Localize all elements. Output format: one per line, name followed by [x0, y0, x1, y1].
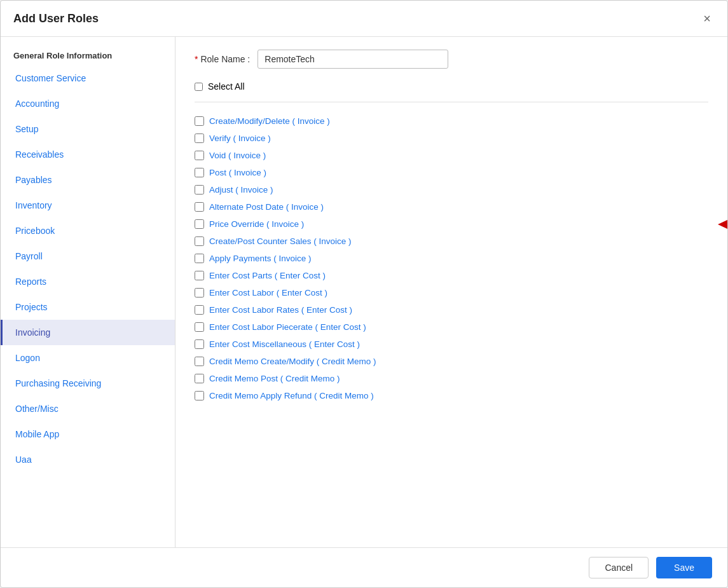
permission-label-3: Post ( Invoice )	[209, 168, 266, 177]
permission-item: Enter Cost Miscellaneous ( Enter Cost )	[195, 336, 708, 353]
permissions-list: Create/Modify/Delete ( Invoice )Verify (…	[195, 113, 708, 404]
sidebar-item-pricebook[interactable]: Pricebook	[1, 218, 175, 243]
permission-checkbox-15[interactable]	[195, 374, 204, 383]
permission-item: Apply Payments ( Invoice )	[195, 250, 708, 267]
sidebar-item-invoicing[interactable]: Invoicing	[1, 320, 175, 345]
permission-checkbox-5[interactable]	[195, 202, 204, 212]
sidebar-item-projects[interactable]: Projects	[1, 294, 175, 320]
permission-label-16: Credit Memo Apply Refund ( Credit Memo )	[209, 391, 374, 400]
permission-label-0: Create/Modify/Delete ( Invoice )	[209, 116, 330, 126]
sidebar-section-title: General Role Information	[1, 43, 175, 65]
sidebar: General Role Information Customer Servic…	[1, 37, 175, 547]
dialog-title: Add User Roles	[13, 12, 99, 25]
divider	[195, 102, 708, 102]
permission-label-15: Credit Memo Post ( Credit Memo )	[209, 374, 340, 383]
select-all-row: Select All	[195, 81, 708, 92]
permission-checkbox-13[interactable]	[195, 339, 204, 349]
permission-checkbox-16[interactable]	[195, 391, 204, 400]
close-button[interactable]: ×	[699, 11, 715, 26]
permission-label-11: Enter Cost Labor Rates ( Enter Cost )	[209, 305, 352, 315]
permission-item: Void ( Invoice )	[195, 147, 708, 164]
sidebar-items: Customer ServiceAccountingSetupReceivabl…	[1, 65, 175, 472]
role-name-row: * Role Name :	[195, 50, 708, 69]
permission-checkbox-3[interactable]	[195, 168, 204, 177]
sidebar-item-payables[interactable]: Payables	[1, 167, 175, 193]
permission-label-12: Enter Cost Labor Piecerate ( Enter Cost …	[209, 322, 366, 332]
role-name-label: Role Name :	[200, 54, 250, 64]
permission-label-14: Credit Memo Create/Modify ( Credit Memo …	[209, 357, 376, 366]
sidebar-item-logon[interactable]: Logon	[1, 345, 175, 371]
permission-item: Create/Post Counter Sales ( Invoice )	[195, 233, 708, 250]
permission-checkbox-7[interactable]	[195, 236, 204, 246]
permission-item: Create/Modify/Delete ( Invoice )	[195, 113, 708, 130]
permission-item: Credit Memo Post ( Credit Memo )	[195, 370, 708, 387]
permission-item: Enter Cost Labor Rates ( Enter Cost )	[195, 301, 708, 318]
permission-checkbox-10[interactable]	[195, 288, 204, 297]
sidebar-item-receivables[interactable]: Receivables	[1, 142, 175, 167]
permission-label-8: Apply Payments ( Invoice )	[209, 254, 312, 263]
sidebar-item-setup[interactable]: Setup	[1, 116, 175, 142]
permission-item: Enter Cost Labor Piecerate ( Enter Cost …	[195, 318, 708, 336]
permission-label-13: Enter Cost Miscellaneous ( Enter Cost )	[209, 339, 360, 349]
red-arrow-annotation	[715, 212, 727, 237]
permission-item: Enter Cost Labor ( Enter Cost )	[195, 284, 708, 301]
sidebar-item-purchasing-receiving[interactable]: Purchasing Receiving	[1, 371, 175, 396]
permission-checkbox-11[interactable]	[195, 305, 204, 315]
permission-checkbox-12[interactable]	[195, 322, 204, 332]
permission-checkbox-6[interactable]	[195, 219, 204, 229]
sidebar-item-reports[interactable]: Reports	[1, 269, 175, 294]
permission-checkbox-1[interactable]	[195, 133, 204, 143]
sidebar-item-customer-service[interactable]: Customer Service	[1, 65, 175, 91]
sidebar-item-mobile-app[interactable]: Mobile App	[1, 421, 175, 447]
permission-item: Credit Memo Create/Modify ( Credit Memo …	[195, 353, 708, 370]
permission-label-10: Enter Cost Labor ( Enter Cost )	[209, 288, 327, 297]
dialog-footer: Cancel Save	[1, 547, 727, 587]
permission-checkbox-0[interactable]	[195, 116, 204, 126]
add-user-roles-dialog: Add User Roles × General Role Informatio…	[0, 0, 728, 588]
select-all-label: Select All	[208, 81, 245, 92]
permission-label-6: Price Override ( Invoice )	[209, 219, 304, 229]
sidebar-item-uaa[interactable]: Uaa	[1, 447, 175, 472]
svg-marker-1	[718, 219, 727, 229]
role-name-input[interactable]	[258, 50, 448, 69]
permission-item: Alternate Post Date ( Invoice )	[195, 198, 708, 215]
sidebar-item-inventory[interactable]: Inventory	[1, 193, 175, 218]
permission-item: Price Override ( Invoice )	[195, 215, 708, 233]
permission-label-4: Adjust ( Invoice )	[209, 185, 273, 195]
dialog-body: General Role Information Customer Servic…	[1, 37, 727, 547]
permission-checkbox-8[interactable]	[195, 254, 204, 263]
permission-label-2: Void ( Invoice )	[209, 151, 266, 160]
sidebar-item-payroll[interactable]: Payroll	[1, 243, 175, 269]
permission-item: Credit Memo Apply Refund ( Credit Memo )	[195, 387, 708, 404]
permission-label-7: Create/Post Counter Sales ( Invoice )	[209, 236, 352, 246]
sidebar-item-accounting[interactable]: Accounting	[1, 91, 175, 116]
permission-item: Adjust ( Invoice )	[195, 181, 708, 198]
permission-checkbox-9[interactable]	[195, 271, 204, 280]
role-name-required: *	[195, 54, 198, 64]
permission-checkbox-2[interactable]	[195, 151, 204, 160]
save-button[interactable]: Save	[656, 557, 712, 578]
permission-label-5: Alternate Post Date ( Invoice )	[209, 202, 324, 212]
permission-item: Verify ( Invoice )	[195, 130, 708, 147]
select-all-checkbox[interactable]	[195, 83, 203, 91]
dialog-header: Add User Roles ×	[1, 1, 727, 37]
cancel-button[interactable]: Cancel	[589, 557, 649, 578]
permission-checkbox-14[interactable]	[195, 357, 204, 366]
sidebar-item-other-misc[interactable]: Other/Misc	[1, 396, 175, 421]
permission-label-9: Enter Cost Parts ( Enter Cost )	[209, 271, 326, 280]
permission-checkbox-4[interactable]	[195, 185, 204, 195]
main-content: * Role Name : Select All Create/Modify/D…	[175, 37, 727, 547]
permission-item: Enter Cost Parts ( Enter Cost )	[195, 267, 708, 284]
permission-label-1: Verify ( Invoice )	[209, 133, 271, 143]
permission-item: Post ( Invoice )	[195, 164, 708, 181]
